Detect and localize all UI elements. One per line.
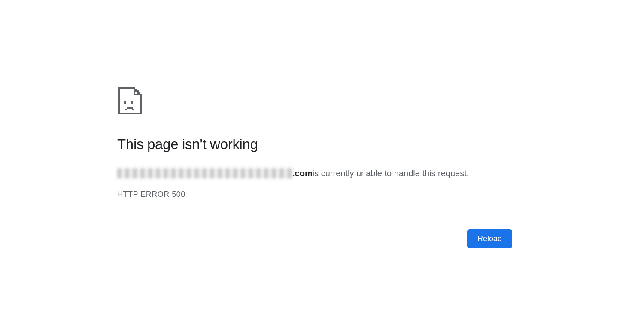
error-message-rest: is currently unable to handle this reque… — [313, 167, 469, 180]
error-page: This page isn't working .com is currentl… — [117, 86, 512, 248]
sad-page-icon — [117, 86, 512, 115]
reload-button[interactable]: Reload — [467, 229, 512, 248]
svg-rect-1 — [131, 101, 133, 104]
svg-rect-4 — [132, 109, 134, 110]
error-heading: This page isn't working — [117, 136, 512, 153]
svg-rect-3 — [125, 109, 127, 110]
error-code: HTTP ERROR 500 — [117, 190, 512, 199]
domain-suffix: .com — [292, 167, 313, 180]
error-message: .com is currently unable to handle this … — [117, 167, 512, 180]
svg-rect-2 — [127, 107, 133, 109]
button-row: Reload — [117, 229, 512, 248]
svg-rect-0 — [124, 101, 126, 104]
redacted-hostname — [117, 168, 293, 178]
